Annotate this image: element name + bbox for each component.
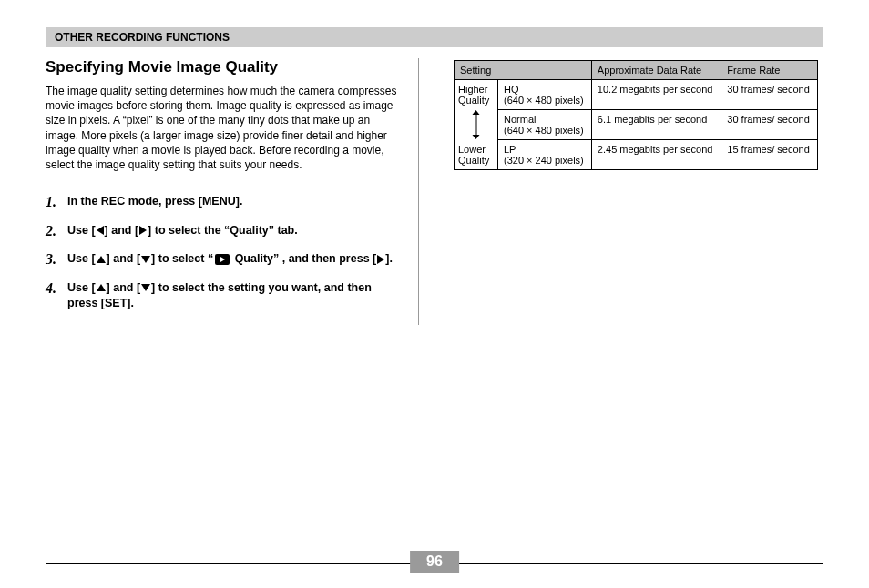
up-arrow-icon: [97, 256, 106, 263]
step-2-text-b: ] and [: [105, 224, 139, 237]
quality-scale-top: Higher Quality: [458, 84, 494, 106]
row1-pixels: (640 × 480 pixels): [504, 125, 584, 136]
step-3-text-e: ].: [385, 252, 393, 265]
table-row: LP (320 × 240 pixels) 2.45 megabits per …: [455, 140, 818, 170]
cell-frame-rate: 30 frames/ second: [721, 110, 818, 140]
step-3-text-d: Quality” , and then press [: [231, 252, 376, 265]
page-footer: 96: [0, 558, 869, 564]
left-column: Specifying Movie Image Quality The image…: [46, 58, 419, 325]
step-4-text-b: ] and [: [107, 281, 141, 294]
th-data-rate: Approximate Data Rate: [591, 61, 721, 80]
cell-data-rate: 10.2 megabits per second: [591, 80, 721, 110]
down-arrow-icon: [141, 256, 150, 263]
step-2: Use [] and [] to select the “Quality” ta…: [46, 223, 402, 239]
step-3-text-a: Use [: [67, 252, 96, 265]
step-4-text-a: Use [: [67, 281, 96, 294]
cell-setting-name: LP (320 × 240 pixels): [498, 140, 592, 170]
step-1: In the REC mode, press [MENU].: [46, 194, 402, 210]
row2-name: LP: [504, 144, 516, 155]
right-column: Setting Approximate Data Rate Frame Rate…: [446, 58, 823, 325]
step-2-text-a: Use [: [67, 224, 96, 237]
quality-settings-table: Setting Approximate Data Rate Frame Rate…: [454, 60, 818, 170]
steps-list: In the REC mode, press [MENU]. Use [] an…: [46, 194, 402, 312]
up-arrow-icon: [97, 284, 106, 291]
page-number-badge: 96: [410, 551, 459, 573]
double-arrow-vertical-icon: [475, 114, 476, 136]
step-3-text-c: ] to select “: [151, 252, 213, 265]
movie-mode-icon: [215, 254, 230, 265]
down-arrow-icon: [141, 284, 150, 291]
row0-name: HQ: [504, 84, 519, 95]
cell-setting-name: HQ (640 × 480 pixels): [498, 80, 592, 110]
cell-data-rate: 2.45 megabits per second: [591, 140, 721, 170]
cell-frame-rate: 30 frames/ second: [721, 80, 818, 110]
table-row: Higher Quality Lower Quality HQ (640 × 4…: [455, 80, 818, 110]
step-1-text: In the REC mode, press [MENU].: [67, 195, 242, 208]
step-2-text-c: ] to select the “Quality” tab.: [148, 224, 298, 237]
table-row: Normal (640 × 480 pixels) 6.1 megabits p…: [455, 110, 818, 140]
step-4: Use [] and [] to select the setting you …: [46, 280, 402, 312]
cell-data-rate: 6.1 megabits per second: [591, 110, 721, 140]
cell-frame-rate: 15 frames/ second: [721, 140, 818, 170]
right-arrow-icon: [139, 226, 147, 235]
row1-name: Normal: [504, 114, 536, 125]
intro-paragraph: The image quality setting determines how…: [46, 84, 402, 172]
right-arrow-icon: [377, 255, 384, 264]
th-frame-rate: Frame Rate: [721, 61, 818, 80]
th-setting: Setting: [455, 61, 592, 80]
quality-scale-bottom: Lower Quality: [458, 144, 494, 166]
left-arrow-icon: [97, 226, 104, 235]
row0-pixels: (640 × 480 pixels): [504, 95, 584, 106]
row2-pixels: (320 × 240 pixels): [504, 155, 584, 166]
page-title: Specifying Movie Image Quality: [46, 58, 402, 76]
step-3-text-b: ] and [: [107, 252, 141, 265]
quality-scale-cell: Higher Quality Lower Quality: [455, 80, 498, 170]
cell-setting-name: Normal (640 × 480 pixels): [498, 110, 592, 140]
step-3: Use [] and [] to select “ Quality” , and…: [46, 251, 402, 268]
section-header: OTHER RECORDING FUNCTIONS: [46, 27, 823, 47]
